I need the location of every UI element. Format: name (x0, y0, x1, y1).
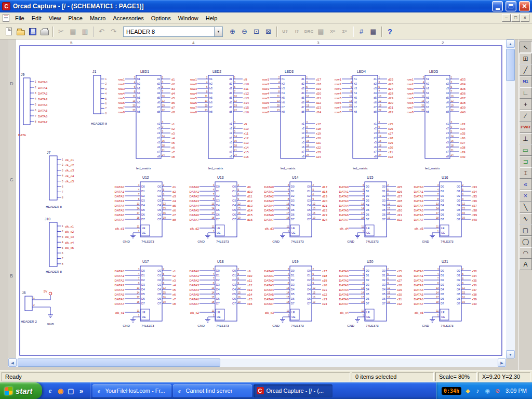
svg-text:7: 7 (307, 90, 308, 93)
place-rectangle-tool[interactable]: ▢ (520, 224, 532, 236)
place-rectangle-tool-icon: ▢ (523, 227, 528, 233)
status-cursor-coordinates: X=9.20 Y=2.30 (478, 372, 530, 381)
snap-to-grid-button[interactable]: # (355, 26, 367, 37)
place-bus-entry-tool[interactable]: ∕ (520, 110, 532, 122)
mdi-restore-button[interactable]: □ (511, 14, 520, 22)
quick-launch-media-player-icon[interactable]: ◉ (56, 386, 65, 395)
place-net-alias-tool[interactable]: N1 (520, 76, 532, 87)
place-line-tool[interactable]: ╲ (520, 202, 532, 213)
tray-volume-icon[interactable]: ♪ (474, 387, 482, 395)
mdi-close-button[interactable]: × (521, 14, 529, 22)
svg-text:x11: x11 (244, 132, 249, 135)
cut-icon: ✂ (58, 28, 64, 35)
place-hierarchical-block-tool[interactable]: ▭ (520, 144, 532, 156)
svg-text:5: 5 (62, 247, 63, 249)
scroll-down-button[interactable]: ▼ (506, 350, 515, 358)
quick-launch-show-desktop-icon[interactable]: ▢ (66, 386, 76, 395)
zoom-out-button[interactable]: ⊖ (238, 26, 250, 37)
tray-antivirus-icon[interactable]: ◆ (464, 387, 472, 395)
menu-edit[interactable]: Edit (28, 14, 45, 23)
place-power-tool[interactable]: PWR (520, 122, 532, 133)
restore-button[interactable] (506, 1, 516, 11)
svg-text:GND: GND (197, 324, 205, 327)
svg-text:row6: row6 (118, 101, 125, 104)
svg-text:LED2: LED2 (212, 70, 221, 73)
scroll-up-button[interactable]: ▲ (506, 39, 515, 48)
new-button[interactable] (3, 26, 15, 37)
menu-accessories[interactable]: Accessories (109, 14, 147, 23)
menu-file[interactable]: File (11, 14, 28, 23)
quick-launch-overflow-chevron[interactable]: » (77, 386, 86, 395)
place-bus-tool[interactable]: ∟ (520, 87, 532, 99)
svg-text:GND: GND (197, 240, 205, 243)
svg-text:x31: x31 (388, 151, 393, 154)
svg-text:d23: d23 (322, 214, 328, 217)
minimize-button[interactable] (492, 1, 503, 11)
svg-text:10: 10 (162, 95, 165, 98)
svg-text:7: 7 (437, 277, 439, 280)
quick-launch-internet-explorer-icon[interactable]: e (46, 386, 55, 395)
part-combo-dropdown-button[interactable]: ▼ (214, 27, 222, 36)
schematic-canvas[interactable]: DCB 5432J1HEADER 812345678J91DATA02DATA1… (8, 39, 506, 358)
svg-text:LE: LE (217, 227, 220, 230)
menu-view[interactable]: View (45, 14, 65, 23)
menu-macro[interactable]: Macro (86, 14, 110, 23)
horizontal-scrollbar[interactable]: ◀ ▶ (8, 358, 506, 367)
zoom-all-button[interactable]: ⊠ (262, 26, 274, 37)
place-hierarchical-port-tool[interactable]: ⊐ (520, 156, 532, 167)
select-tool[interactable]: ↖ (520, 42, 532, 53)
place-no-connect-tool[interactable]: × (520, 190, 532, 202)
svg-text:row4: row4 (407, 92, 414, 95)
place-wire-tool[interactable]: ╱ (520, 64, 532, 76)
tray-security-icon[interactable]: ⊘ (494, 387, 501, 395)
start-button[interactable]: start (0, 382, 42, 399)
menu-place[interactable]: Place (64, 14, 86, 23)
scroll-left-button[interactable]: ◀ (8, 358, 17, 367)
place-polyline-tool[interactable]: ∿ (520, 213, 532, 224)
zoom-area-button[interactable]: ⊡ (250, 26, 262, 37)
open-button[interactable] (15, 26, 26, 37)
svg-text:h2: h2 (426, 82, 429, 85)
horizontal-scroll-thumb[interactable] (18, 358, 220, 367)
svg-text:13: 13 (286, 203, 289, 205)
place-arc-tool[interactable]: ◠ (520, 247, 532, 259)
tray-timer-app[interactable]: 0:34h (442, 387, 461, 395)
svg-text:2: 2 (442, 41, 444, 45)
place-text-tool[interactable]: A (520, 259, 532, 270)
svg-text:8: 8 (288, 198, 289, 201)
scroll-right-button[interactable]: ▶ (498, 358, 506, 367)
save-button[interactable] (26, 26, 38, 37)
project-manager-button[interactable]: ▦ (367, 26, 379, 37)
place-part-tool[interactable]: ⊞ (520, 53, 532, 64)
place-hierarchical-pin-tool[interactable]: ⌶ (520, 167, 532, 179)
zoom-in-button[interactable]: ⊕ (227, 26, 238, 37)
place-ground-tool[interactable]: ⊥ (520, 133, 532, 144)
menu-window[interactable]: Window (175, 14, 202, 23)
status-ready: Ready (2, 372, 350, 381)
print-button[interactable] (38, 26, 50, 37)
svg-text:8: 8 (213, 198, 215, 201)
svg-text:O2: O2 (232, 194, 236, 197)
taskbar-task[interactable]: COrcad Capture - [/ - (... (254, 384, 332, 397)
part-combo[interactable]: HEADER 8 ▼ (123, 26, 223, 37)
menu-options[interactable]: Options (148, 14, 175, 23)
place-ellipse-tool[interactable]: ◯ (520, 236, 532, 247)
svg-text:1: 1 (363, 314, 364, 317)
close-button[interactable]: ✕ (519, 1, 530, 11)
place-off-page-connector-tool[interactable]: « (520, 179, 532, 190)
tray-network-icon[interactable]: ◉ (484, 387, 491, 395)
taskbar-task[interactable]: eYourFileHost.com - Fr... (92, 384, 171, 397)
mdi-minimize-button[interactable]: – (502, 14, 511, 22)
help-button[interactable]: ? (384, 26, 396, 37)
vertical-scroll-thumb[interactable] (506, 49, 515, 81)
svg-text:19: 19 (462, 217, 466, 219)
schematic-drawing[interactable]: 5432J1HEADER 812345678J91DATA02DATA13DAT… (16, 39, 506, 358)
svg-text:x40: x40 (460, 155, 466, 158)
place-junction-tool[interactable]: + (520, 99, 532, 110)
vertical-scrollbar[interactable]: ▲ ▼ (506, 39, 515, 358)
taskbar-task[interactable]: eCannot find server (173, 384, 252, 397)
place-hierarchical-port-tool-icon: ⊐ (523, 158, 528, 165)
menu-help[interactable]: Help (202, 14, 221, 23)
svg-text:1: 1 (437, 230, 439, 233)
svg-text:13: 13 (436, 203, 439, 205)
